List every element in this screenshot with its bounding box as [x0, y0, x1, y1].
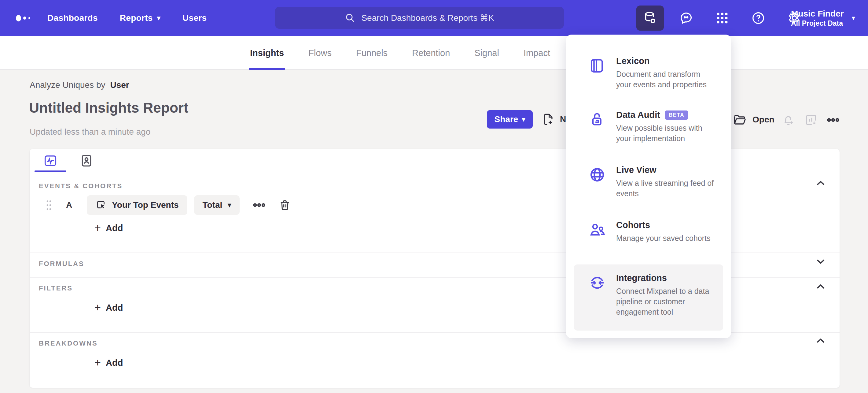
- event-selector-button[interactable]: Your Top Events: [87, 195, 187, 215]
- breakdowns-section-label: BREAKDOWNS: [39, 339, 98, 347]
- delete-row-icon[interactable]: [279, 198, 291, 212]
- event-cursor-icon: [95, 200, 106, 210]
- search-input[interactable]: Search Dashboards & Reports ⌘K: [275, 7, 564, 29]
- cohorts-people-icon: [589, 221, 606, 260]
- chart-add-icon: [804, 113, 818, 127]
- ellipsis-icon: [827, 113, 840, 127]
- collapse-events-icon[interactable]: [814, 177, 827, 190]
- menu-item-description: View a live streaming feed of events: [616, 178, 717, 199]
- grid-icon: [715, 11, 729, 25]
- database-gear-icon: [643, 11, 657, 25]
- expand-formulas-icon[interactable]: [814, 255, 827, 268]
- add-event-button[interactable]: +Add: [94, 223, 123, 233]
- tab-retention[interactable]: Retention: [412, 36, 450, 70]
- chevron-down-icon: ▾: [157, 15, 160, 22]
- beta-badge: BETA: [665, 111, 688, 120]
- drag-handle-icon[interactable]: [45, 200, 52, 211]
- row-more-icon[interactable]: [252, 198, 266, 212]
- menu-item-live-view[interactable]: Live View View a live streaming feed of …: [574, 157, 723, 210]
- document-plus-icon: [541, 113, 555, 126]
- tab-impact[interactable]: Impact: [524, 36, 550, 70]
- add-filter-button[interactable]: +Add: [94, 302, 123, 313]
- menu-item-title: Data AuditBETA: [616, 110, 717, 120]
- lexicon-icon: [589, 57, 606, 101]
- chat-bubble-icon: [679, 11, 693, 25]
- folder-icon: [733, 113, 747, 127]
- menu-item-description: View possible issues with your implement…: [616, 123, 717, 144]
- active-tab-underline: [249, 68, 285, 70]
- menu-item-description: Document and transform your events and p…: [616, 69, 717, 90]
- chevron-down-icon: ▾: [228, 202, 231, 208]
- data-management-dropdown: Lexicon Document and transform your even…: [566, 35, 731, 338]
- profile-card-icon: [80, 153, 94, 168]
- series-letter: A: [66, 200, 72, 210]
- menu-item-title: Live View: [616, 165, 717, 175]
- analyze-uniques-value[interactable]: User: [110, 80, 129, 90]
- search-placeholder: Search Dashboards & Reports ⌘K: [361, 13, 494, 23]
- chevron-down-icon: ▾: [522, 116, 525, 123]
- events-view-tab[interactable]: [36, 149, 65, 172]
- question-icon: [751, 11, 765, 25]
- live-view-globe-icon: [589, 166, 606, 210]
- more-actions-button[interactable]: [826, 113, 840, 127]
- event-row: A Your Top Events Total ▾: [30, 195, 291, 215]
- menu-item-title: Lexicon: [616, 56, 717, 66]
- apps-grid-button[interactable]: [709, 5, 736, 31]
- nav-dashboards[interactable]: Dashboards: [48, 13, 98, 23]
- menu-item-data-audit[interactable]: Data AuditBETA View possible issues with…: [574, 101, 723, 155]
- menu-item-title: Integrations: [616, 273, 717, 283]
- data-management-button[interactable]: [636, 5, 664, 31]
- filters-section-label: FILTERS: [39, 284, 73, 292]
- feedback-button[interactable]: [672, 5, 700, 31]
- bell-plus-icon: [781, 113, 795, 127]
- collapse-breakdowns-icon[interactable]: [814, 334, 827, 348]
- project-name: Music Finder: [791, 8, 844, 19]
- menu-item-cohorts[interactable]: Cohorts Manage your saved cohorts: [574, 212, 723, 260]
- tab-funnels[interactable]: Funnels: [356, 36, 388, 70]
- open-report-button[interactable]: Open: [733, 113, 774, 127]
- top-header: Dashboards Reports▾ Users Search Dashboa…: [0, 0, 868, 36]
- menu-item-integrations[interactable]: Integrations Connect Mixpanel to a data …: [574, 264, 723, 331]
- project-scope: All Project Data: [791, 19, 844, 28]
- add-breakdown-button[interactable]: +Add: [94, 357, 123, 368]
- pulse-chart-icon: [43, 153, 58, 168]
- mixpanel-insights-screen: Dashboards Reports▾ Users Search Dashboa…: [0, 0, 868, 393]
- create-alert-button[interactable]: [781, 113, 796, 127]
- tab-insights[interactable]: Insights: [250, 36, 284, 70]
- nav-users[interactable]: Users: [183, 13, 207, 23]
- search-icon: [345, 12, 355, 23]
- tab-flows[interactable]: Flows: [308, 36, 332, 70]
- top-nav: Dashboards Reports▾ Users: [48, 0, 207, 36]
- collapse-filters-icon[interactable]: [814, 280, 827, 293]
- tab-signal[interactable]: Signal: [474, 36, 499, 70]
- chevron-down-icon: ▾: [852, 15, 855, 22]
- analyze-uniques-label: Analyze Uniques byUser: [30, 80, 129, 90]
- menu-item-description: Manage your saved cohorts: [616, 233, 711, 244]
- metric-selector-button[interactable]: Total ▾: [194, 195, 240, 215]
- menu-item-title: Cohorts: [616, 220, 711, 230]
- share-button[interactable]: Share▾: [487, 110, 533, 129]
- mixpanel-logo-icon[interactable]: [16, 0, 30, 36]
- updated-timestamp: Updated less than a minute ago: [30, 127, 150, 137]
- add-to-board-button[interactable]: [804, 113, 818, 127]
- page-title[interactable]: Untitled Insights Report: [29, 100, 188, 116]
- project-switcher[interactable]: Music Finder All Project Data ▾: [791, 0, 855, 36]
- profiles-view-tab[interactable]: [72, 149, 101, 172]
- report-tabstrip: Insights Flows Funnels Retention Signal …: [0, 36, 868, 70]
- integrations-sync-icon: [589, 274, 606, 331]
- data-audit-icon: [589, 111, 606, 155]
- formulas-section-label: FORMULAS: [39, 260, 84, 268]
- menu-item-lexicon[interactable]: Lexicon Document and transform your even…: [574, 48, 723, 101]
- help-button[interactable]: [745, 5, 772, 31]
- nav-reports[interactable]: Reports▾: [120, 13, 160, 23]
- menu-item-description: Connect Mixpanel to a data pipeline or c…: [616, 286, 717, 317]
- header-icon-group: [636, 0, 808, 36]
- events-section-label: EVENTS & COHORTS: [39, 182, 123, 190]
